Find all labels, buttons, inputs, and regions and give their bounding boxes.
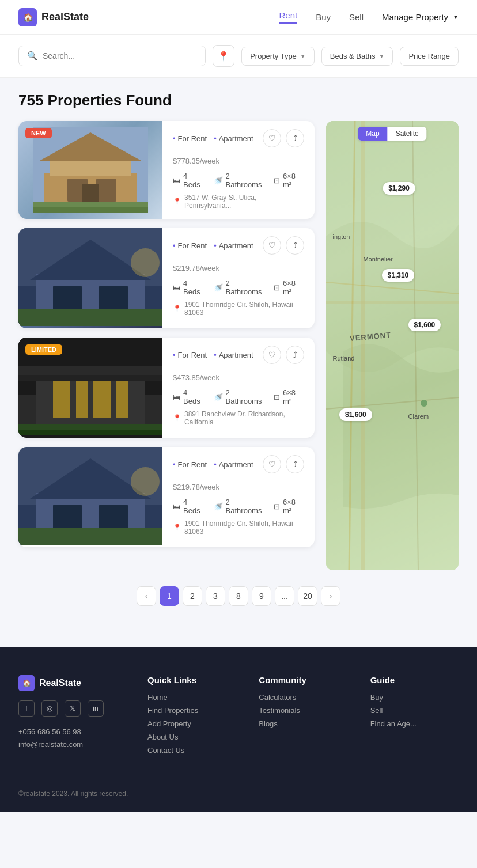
footer-link-testimonials[interactable]: Testimonials (259, 706, 347, 715)
nav-manage-property[interactable]: Manage Property ▼ (382, 12, 459, 22)
linkedin-icon[interactable]: in (88, 700, 104, 717)
baths-feature: 🚿 2 Bathrooms (214, 172, 264, 189)
svg-point-16 (131, 248, 160, 277)
favorite-button[interactable]: ♡ (263, 129, 281, 147)
location-button[interactable]: 📍 (213, 45, 234, 67)
map-city-label: Clarem (408, 413, 429, 420)
card-body: For Rent Apartment ♡ ⤴ $778.35/week 🛏 (162, 121, 315, 219)
map-panel: Map Satelite $1,290 $1,310 $1,600 $1,600… (326, 121, 459, 570)
footer-logo: 🏠 RealState (18, 675, 124, 691)
area-icon: ⊡ (274, 502, 280, 511)
listing-type2: Apartment (214, 460, 253, 469)
bath-icon: 🚿 (214, 502, 223, 511)
footer-link-contact[interactable]: Contact Us (147, 746, 236, 755)
svg-rect-22 (93, 378, 111, 418)
facebook-icon[interactable]: f (18, 700, 35, 717)
area-icon: ⊡ (274, 176, 280, 185)
card-address: 📍 1901 Thornridge Cir. Shiloh, Hawaii 81… (173, 301, 304, 317)
svg-rect-15 (18, 309, 162, 326)
listing-type1: For Rent (173, 351, 207, 359)
pin-icon: 📍 (173, 524, 181, 532)
card-meta: For Rent Apartment ♡ ⤴ (173, 129, 304, 147)
map-price-label[interactable]: $1,600 (339, 408, 372, 421)
instagram-icon[interactable]: ◎ (41, 700, 58, 717)
bath-icon: 🚿 (214, 283, 223, 292)
map-price-label[interactable]: $1,600 (408, 319, 441, 331)
property-type-filter[interactable]: Property Type ▼ (241, 47, 315, 66)
beds-baths-filter[interactable]: Beds & Baths ▼ (321, 47, 393, 66)
search-input-wrap: 🔍 (18, 46, 206, 66)
favorite-button[interactable]: ♡ (263, 236, 281, 255)
bed-icon: 🛏 (173, 502, 180, 511)
footer-guide: Guide Buy Sell Find an Age... (370, 675, 459, 759)
svg-rect-8 (33, 207, 148, 213)
card-image-wrap: LIMITED (18, 338, 162, 438)
footer-link-home[interactable]: Home (147, 693, 236, 702)
footer-link-agent[interactable]: Find an Age... (370, 719, 459, 728)
footer-bottom: ©realstate 2023. All rights reserved. (18, 780, 459, 798)
footer-link-find[interactable]: Find Properties (147, 706, 236, 715)
card-features: 🛏 4 Beds 🚿 2 Bathrooms ⊡ 6×8 m² (173, 498, 304, 515)
baths-feature: 🚿 2 Bathrooms (214, 388, 264, 405)
footer-link-blogs[interactable]: Blogs (259, 719, 347, 728)
pagination-ellipsis: ... (275, 586, 294, 606)
pagination-page-3[interactable]: 3 (206, 586, 225, 606)
footer-link-calc[interactable]: Calculators (259, 693, 347, 702)
share-button[interactable]: ⤴ (286, 346, 304, 364)
card-actions: ♡ ⤴ (263, 129, 304, 147)
footer-link-sell[interactable]: Sell (370, 706, 459, 715)
footer-link-add[interactable]: Add Property (147, 719, 236, 728)
svg-point-35 (131, 467, 160, 496)
main-content: 755 Properties Found (0, 78, 477, 624)
card-meta: For Rent Apartment ♡ ⤴ (173, 346, 304, 364)
area-icon: ⊡ (274, 283, 280, 292)
logo-area: 🏠 RealState (18, 8, 265, 26)
map-tab-map[interactable]: Map (358, 127, 387, 141)
nav-links: Rent Buy Sell Manage Property ▼ (279, 10, 459, 24)
pagination-next[interactable]: › (321, 586, 340, 606)
area-feature: ⊡ 6×8 m² (274, 279, 304, 296)
card-body: For Rent Apartment ♡ ⤴ $219.78/week 🛏 (162, 228, 315, 328)
pagination-page-20[interactable]: 20 (298, 586, 317, 606)
card-address: 📍 1901 Thornridge Cir. Shiloh, Hawaii 81… (173, 520, 304, 536)
nav-buy[interactable]: Buy (316, 12, 331, 22)
search-icon: 🔍 (27, 51, 38, 61)
card-price: $219.78/week (173, 259, 304, 274)
card-actions: ♡ ⤴ (263, 236, 304, 255)
pagination-page-2[interactable]: 2 (183, 586, 202, 606)
favorite-button[interactable]: ♡ (263, 455, 281, 473)
pagination-prev[interactable]: ‹ (137, 586, 156, 606)
favorite-button[interactable]: ♡ (263, 346, 281, 364)
card-features: 🛏 4 Beds 🚿 2 Bathrooms ⊡ 6×8 m² (173, 388, 304, 405)
search-input[interactable] (43, 51, 197, 60)
bed-icon: 🛏 (173, 176, 180, 185)
svg-rect-21 (76, 378, 88, 418)
card-image-wrap (18, 228, 162, 328)
pagination-page-1[interactable]: 1 (160, 586, 179, 606)
card-meta: For Rent Apartment ♡ ⤴ (173, 455, 304, 473)
pin-icon: 📍 (173, 414, 181, 422)
listing-type2: Apartment (214, 134, 253, 143)
map-tab-satellite[interactable]: Satelite (388, 127, 427, 141)
footer-link-about[interactable]: About Us (147, 733, 236, 741)
pagination-page-8[interactable]: 8 (229, 586, 248, 606)
footer: 🏠 RealState f ◎ 𝕏 in +056 686 56 56 98 i… (0, 647, 477, 812)
svg-point-41 (421, 400, 427, 407)
property-card: For Rent Apartment ♡ ⤴ $219.78/week 🛏 (18, 228, 315, 328)
pagination-page-9[interactable]: 9 (252, 586, 271, 606)
share-button[interactable]: ⤴ (286, 236, 304, 255)
share-button[interactable]: ⤴ (286, 455, 304, 473)
listing-badge: LIMITED (25, 344, 62, 355)
card-meta: For Rent Apartment ♡ ⤴ (173, 236, 304, 255)
share-button[interactable]: ⤴ (286, 129, 304, 147)
map-city-label: Montnelier (363, 256, 392, 263)
price-range-filter[interactable]: Price Range (400, 47, 459, 66)
listing-type1: For Rent (173, 460, 207, 469)
map-price-label[interactable]: $1,310 (382, 269, 415, 282)
nav-sell[interactable]: Sell (349, 12, 364, 22)
listing-type1: For Rent (173, 241, 207, 250)
map-price-label[interactable]: $1,290 (383, 182, 415, 195)
footer-link-buy[interactable]: Buy (370, 693, 459, 702)
twitter-icon[interactable]: 𝕏 (65, 700, 81, 717)
nav-rent[interactable]: Rent (279, 10, 297, 24)
